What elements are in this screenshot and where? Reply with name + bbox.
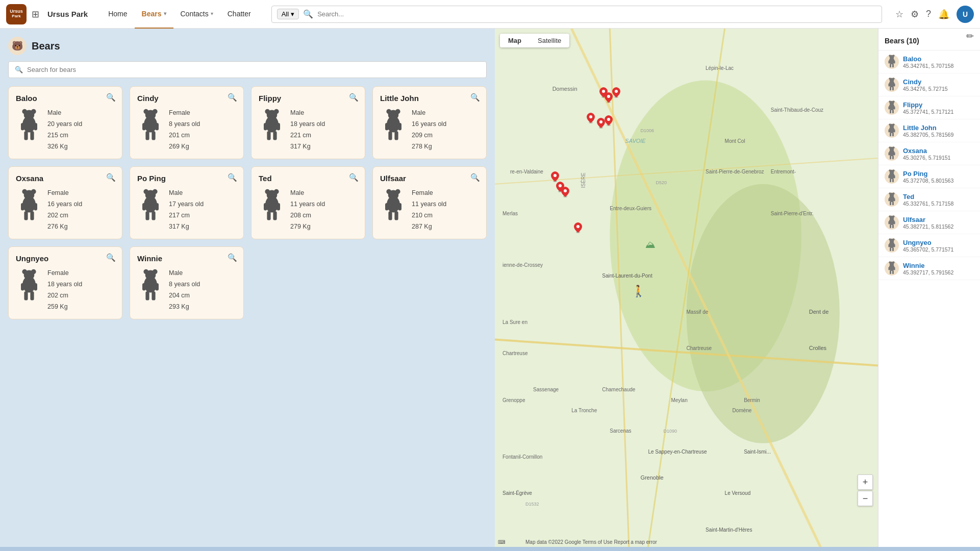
- apps-grid-icon[interactable]: ⊞: [32, 9, 39, 20]
- card-search-icon[interactable]: 🔍: [349, 173, 359, 182]
- nav-home[interactable]: Home: [101, 0, 134, 29]
- bear-card-ulfsaar[interactable]: Ulfsaar 🔍 Female 11 years old 210 cm 287…: [372, 166, 487, 239]
- bear-card-body: Male 20 years old 215 cm 326 Kg: [16, 108, 115, 152]
- map-tab-map[interactable]: Map: [500, 34, 530, 47]
- bear-list-item-cindy[interactable]: Cindy 45.34276, 5.72715: [878, 73, 980, 96]
- card-search-icon[interactable]: 🔍: [470, 173, 480, 182]
- bear-age: 8 years old: [169, 279, 200, 289]
- bear-age: 18 years old: [290, 119, 325, 129]
- map-tab-satellite[interactable]: Satellite: [530, 34, 569, 47]
- svg-point-1: [22, 109, 27, 114]
- bear-silhouette: [16, 268, 42, 305]
- svg-rect-172: [894, 107, 895, 110]
- svg-rect-76: [145, 291, 149, 300]
- add-favorite-icon[interactable]: ☆: [895, 9, 903, 20]
- bear-list-item-baloo[interactable]: Baloo 45.342761, 5.707158: [878, 51, 980, 73]
- svg-point-175: [893, 123, 895, 126]
- card-search-icon[interactable]: 🔍: [106, 173, 116, 182]
- svg-point-160: [889, 81, 895, 87]
- bear-list-item-flippy[interactable]: Flippy 45.372741, 5.717121: [878, 96, 980, 119]
- bear-card-title: Oxsana: [16, 174, 115, 183]
- svg-point-140: [554, 174, 557, 177]
- bear-list-item-little-john[interactable]: Little John 45.382705, 5.781569: [878, 119, 980, 142]
- svg-point-67: [22, 276, 36, 292]
- svg-rect-188: [894, 153, 895, 156]
- top-actions: ☆ ⚙ ? 🔔 U: [895, 6, 974, 23]
- bear-card-flippy[interactable]: Flippy 🔍 Male 18 years old 221 cm 317 Kg: [251, 86, 365, 159]
- card-search-icon[interactable]: 🔍: [106, 253, 116, 262]
- svg-text:Chamechaude: Chamechaude: [602, 387, 635, 392]
- search-input[interactable]: [317, 10, 876, 18]
- zoom-out-button[interactable]: −: [858, 491, 873, 506]
- svg-text:Domène: Domène: [733, 408, 752, 413]
- bear-info: Female 11 years old 210 cm 287 Kg: [412, 188, 446, 232]
- bear-list-item-ted[interactable]: Ted 45.332761, 5.717158: [878, 188, 980, 211]
- card-search-icon[interactable]: 🔍: [228, 253, 237, 262]
- help-icon[interactable]: ?: [926, 9, 931, 19]
- card-search-icon[interactable]: 🔍: [106, 93, 116, 102]
- svg-text:Saint-Pierre-de-Genebroz: Saint-Pierre-de-Genebroz: [706, 169, 764, 174]
- nav-bears[interactable]: Bears ▾: [135, 0, 173, 29]
- bear-list-info: Winnie 45.392717, 5.791562: [903, 262, 953, 276]
- svg-text:Lépin-le-Lac: Lépin-le-Lac: [706, 65, 734, 71]
- bear-age: 20 years old: [47, 119, 82, 129]
- svg-point-168: [889, 104, 895, 110]
- bear-list-coords: 45.372741, 5.717121: [903, 109, 953, 115]
- bear-card-oxsana[interactable]: Oxsana 🔍 Female 16 years old 202 cm 276 …: [8, 166, 122, 239]
- bear-height: 202 cm: [47, 290, 82, 300]
- svg-rect-15: [156, 123, 159, 130]
- bear-list-item-po-ping[interactable]: Po Ping 45.372708, 5.801563: [878, 165, 980, 188]
- svg-rect-164: [894, 84, 895, 87]
- nav-contacts[interactable]: Contacts ▾: [173, 0, 220, 29]
- card-search-icon[interactable]: 🔍: [349, 93, 359, 102]
- notification-icon[interactable]: 🔔: [938, 9, 949, 20]
- bear-card-po-ping[interactable]: Po Ping 🔍 Male 17 years old 217 cm 317 K…: [130, 166, 244, 239]
- bear-weight: 259 Kg: [47, 302, 82, 312]
- bear-card-title: Cindy: [137, 94, 236, 103]
- bear-list-coords: 45.365702, 5.771571: [903, 246, 953, 253]
- svg-rect-36: [24, 211, 28, 220]
- svg-text:La Sure en: La Sure en: [502, 319, 527, 325]
- card-search-icon[interactable]: 🔍: [228, 173, 237, 182]
- svg-rect-63: [398, 203, 401, 210]
- bear-card-body: Male 8 years old 204 cm 293 Kg: [137, 268, 236, 312]
- bear-list-item-ulfsaar[interactable]: Ulfsaar 45.382721, 5.811562: [878, 211, 980, 234]
- svg-rect-44: [145, 211, 149, 220]
- user-avatar[interactable]: U: [957, 6, 974, 23]
- svg-rect-12: [145, 131, 149, 140]
- app-logo[interactable]: Ursus Park: [6, 4, 27, 24]
- bear-list-icon: [885, 78, 899, 92]
- bear-card-cindy[interactable]: Cindy 🔍 Female 8 years old 201 cm 269 Kg: [130, 86, 244, 159]
- svg-point-34: [31, 189, 36, 194]
- map-tabs: Map Satellite: [500, 34, 569, 47]
- zoom-in-button[interactable]: +: [858, 474, 873, 490]
- card-search-icon[interactable]: 🔍: [470, 93, 480, 102]
- search-icon: 🔍: [303, 9, 313, 19]
- svg-point-136: [599, 120, 602, 123]
- bear-age: 11 years old: [412, 199, 446, 209]
- bear-card-baloo[interactable]: Baloo 🔍 Male 20 years old 215 cm 326 Kg: [8, 86, 122, 159]
- svg-text:Chartreuse: Chartreuse: [502, 350, 528, 356]
- svg-point-182: [889, 146, 891, 148]
- bears-search-input[interactable]: [27, 66, 480, 73]
- bear-list-item-oxsana[interactable]: Oxsana 45.30276, 5.719151: [878, 142, 980, 165]
- svg-rect-153: [890, 64, 891, 67]
- bear-card-winnie[interactable]: Winnie 🔍 Male 8 years old 204 cm 293 Kg: [130, 246, 244, 319]
- svg-text:Saint-Pierre-d'Entr.: Saint-Pierre-d'Entr.: [771, 211, 814, 216]
- bear-card-ungnyeo[interactable]: Ungnyeo 🔍 Female 18 years old 202 cm 259…: [8, 246, 122, 319]
- svg-rect-185: [890, 156, 891, 159]
- bear-list-item-winnie[interactable]: Winnie 45.392717, 5.791562: [878, 257, 980, 280]
- svg-rect-21: [273, 131, 277, 140]
- card-search-icon[interactable]: 🔍: [228, 93, 237, 102]
- bear-card-ted[interactable]: Ted 🔍 Male 11 years old 208 cm 279 Kg: [251, 166, 365, 239]
- svg-point-128: [602, 90, 605, 93]
- bears-list-title: Bears (10): [878, 34, 980, 51]
- svg-rect-62: [385, 203, 388, 210]
- bear-list-item-ungnyeo[interactable]: Ungnyeo 45.365702, 5.771571: [878, 234, 980, 257]
- svg-point-207: [893, 215, 895, 217]
- setup-icon[interactable]: ⚙: [911, 9, 919, 20]
- nav-chatter[interactable]: Chatter: [220, 0, 258, 29]
- bear-card-little-john[interactable]: Little John 🔍 Male 16 years old 209 cm 2…: [372, 86, 487, 159]
- search-filter-pill[interactable]: All ▾: [277, 9, 299, 19]
- edit-pencil-icon[interactable]: ✏: [966, 31, 974, 42]
